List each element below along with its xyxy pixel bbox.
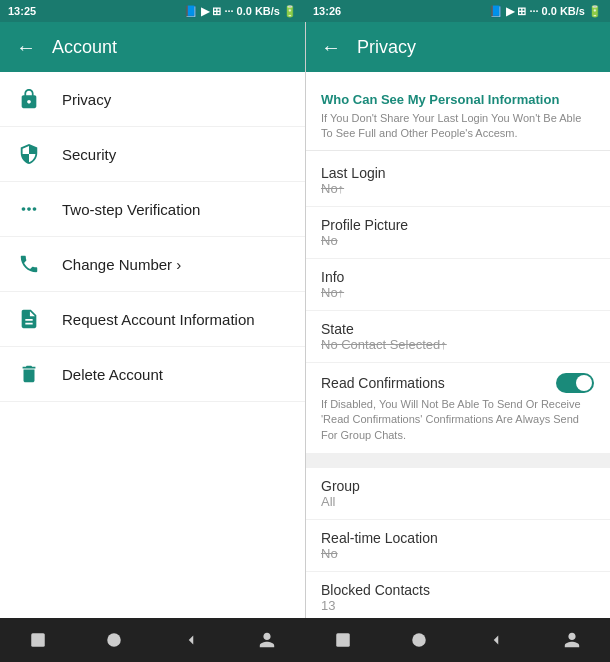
nav-back-right[interactable]: [482, 626, 510, 654]
svg-rect-3: [336, 633, 350, 647]
last-login-value: No↑: [321, 181, 386, 196]
svg-point-4: [413, 633, 427, 647]
privacy-item-realtime-location[interactable]: Real-time Location No: [305, 520, 610, 572]
toggle-thumb: [576, 375, 592, 391]
sidebar-item-change-number[interactable]: Change Number ›: [0, 237, 305, 292]
info-value: No↑: [321, 285, 344, 300]
left-back-button[interactable]: ←: [16, 36, 36, 59]
right-status-icons: 📘 ▶ ⊞ ··· 0.0 KB/s 🔋: [489, 5, 602, 18]
right-panel-title: Privacy: [357, 37, 416, 58]
last-login-label: Last Login: [321, 165, 386, 181]
left-status-bar: 13:25 📘 ▶ ⊞ ··· 0.0 KB/s 🔋: [0, 0, 305, 22]
sidebar-item-two-step[interactable]: Two-step Verification: [0, 182, 305, 237]
sidebar-item-request-info[interactable]: Request Account Information: [0, 292, 305, 347]
left-header: ← Account: [0, 22, 305, 72]
bottom-nav-right: [305, 626, 610, 654]
change-number-label: Change Number ›: [62, 256, 181, 273]
left-status-icons: 📘 ▶ ⊞ ··· 0.0 KB/s 🔋: [184, 5, 297, 18]
section-spacer: [305, 454, 610, 468]
state-label: State: [321, 321, 447, 337]
read-confirm-toggle[interactable]: [556, 373, 594, 393]
blocked-contacts-label: Blocked Contacts: [321, 582, 430, 598]
profile-picture-value: No: [321, 233, 408, 248]
group-value: All: [321, 494, 360, 509]
right-header: ← Privacy: [305, 22, 610, 72]
phone-icon: [16, 251, 42, 277]
toggle-track: [556, 373, 594, 393]
read-confirm-label: Read Confirmations: [321, 375, 445, 391]
left-time: 13:25: [8, 5, 36, 17]
security-label: Security: [62, 146, 116, 163]
trash-icon: [16, 361, 42, 387]
info-label: Info: [321, 269, 344, 285]
document-icon: [16, 306, 42, 332]
svg-marker-5: [493, 636, 498, 645]
left-panel: ← Account Privacy Security Two-step Veri…: [0, 0, 305, 662]
request-info-label: Request Account Information: [62, 311, 255, 328]
profile-picture-label: Profile Picture: [321, 217, 408, 233]
sidebar-item-delete-account[interactable]: Delete Account: [0, 347, 305, 402]
realtime-location-label: Real-time Location: [321, 530, 438, 546]
privacy-item-profile-picture[interactable]: Profile Picture No: [305, 207, 610, 259]
right-status-bar: 13:26 📘 ▶ ⊞ ··· 0.0 KB/s 🔋: [305, 0, 610, 22]
left-panel-title: Account: [52, 37, 117, 58]
bottom-nav-left: [0, 626, 305, 654]
nav-circle-left[interactable]: [100, 626, 128, 654]
privacy-item-state[interactable]: State No Contact Selected↑: [305, 311, 610, 363]
lock-icon: [16, 86, 42, 112]
svg-rect-0: [31, 633, 45, 647]
who-can-see-desc: If You Don't Share Your Last Login You W…: [321, 111, 594, 142]
dots-icon: [16, 196, 42, 222]
realtime-location-value: No: [321, 546, 438, 561]
sidebar-item-privacy[interactable]: Privacy: [0, 72, 305, 127]
who-can-see-section: Who Can See My Personal Information If Y…: [305, 80, 610, 151]
blocked-contacts-value: 13: [321, 598, 430, 613]
right-time: 13:26: [313, 5, 341, 17]
nav-person-right[interactable]: [558, 626, 586, 654]
svg-marker-2: [188, 636, 193, 645]
nav-square-left[interactable]: [24, 626, 52, 654]
nav-back-left[interactable]: [177, 626, 205, 654]
bottom-nav: [0, 618, 610, 662]
read-confirm-desc: If Disabled, You Will Not Be Able To Sen…: [321, 397, 594, 443]
privacy-label: Privacy: [62, 91, 111, 108]
group-label: Group: [321, 478, 360, 494]
nav-square-right[interactable]: [329, 626, 357, 654]
nav-circle-right[interactable]: [405, 626, 433, 654]
right-network: 0.0 KB/s: [542, 5, 585, 17]
two-step-label: Two-step Verification: [62, 201, 200, 218]
who-can-see-title: Who Can See My Personal Information: [321, 92, 594, 107]
right-back-button[interactable]: ←: [321, 36, 341, 59]
shield-icon: [16, 141, 42, 167]
read-confirmations-section[interactable]: Read Confirmations If Disabled, You Will…: [305, 363, 610, 454]
sidebar-item-security[interactable]: Security: [0, 127, 305, 182]
privacy-item-info[interactable]: Info No↑: [305, 259, 610, 311]
delete-account-label: Delete Account: [62, 366, 163, 383]
panel-divider: [305, 22, 306, 618]
nav-person-left[interactable]: [253, 626, 281, 654]
svg-point-1: [108, 633, 122, 647]
right-panel: ← Privacy Who Can See My Personal Inform…: [305, 0, 610, 662]
privacy-item-blocked-contacts[interactable]: Blocked Contacts 13: [305, 572, 610, 624]
left-network: 0.0 KB/s: [237, 5, 280, 17]
privacy-content: Who Can See My Personal Information If Y…: [305, 72, 610, 662]
privacy-item-last-login[interactable]: Last Login No↑: [305, 155, 610, 207]
state-value: No Contact Selected↑: [321, 337, 447, 352]
privacy-item-group[interactable]: Group All: [305, 468, 610, 520]
